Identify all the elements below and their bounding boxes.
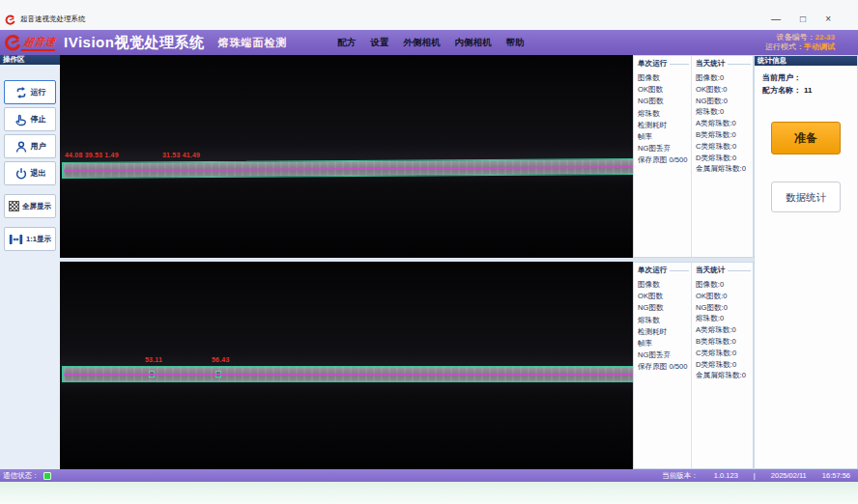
legend-rule bbox=[670, 64, 689, 65]
recipe-name-label: 配方名称： bbox=[762, 86, 801, 95]
desktop-margin bbox=[0, 482, 858, 504]
stat-row: 帧率 bbox=[638, 338, 691, 350]
brand-swirl-icon bbox=[4, 34, 21, 51]
close-icon[interactable]: × bbox=[825, 14, 831, 24]
minimize-icon[interactable]: — bbox=[771, 14, 781, 24]
stat-row: 熔珠数 bbox=[638, 315, 691, 326]
menu-item-recipe[interactable]: 配方 bbox=[337, 37, 356, 49]
run-button[interactable]: 运行 bbox=[4, 80, 56, 104]
info-panel: 统计信息 当前用户： 配方名称：11 准备 数据统计 bbox=[754, 55, 858, 469]
measurement-annotation: 56.43 bbox=[212, 356, 230, 363]
stop-hand-icon bbox=[14, 113, 28, 126]
daily-stats-column: 当天统计 图像数:0 OK图数:0 NG图数:0 熔珠数:0 A类熔珠数:0 B… bbox=[691, 56, 753, 257]
stat-row: NG图数 bbox=[638, 96, 691, 107]
stop-label: 停止 bbox=[31, 114, 46, 125]
one-to-one-label: 1:1显示 bbox=[26, 235, 51, 244]
one-to-one-icon bbox=[9, 234, 23, 245]
single-run-header: 单次运行 bbox=[638, 59, 667, 69]
app-window: 超音速视觉处理系统 — □ × 超音速 IVision视觉处理系统 熔珠端面检测… bbox=[0, 0, 858, 504]
stat-row: 图像数:0 bbox=[696, 279, 753, 291]
stat-row: 检测耗时 bbox=[638, 326, 691, 338]
device-id-value: 22-33 bbox=[815, 33, 835, 42]
single-run-column: 单次运行 图像数 OK图数 NG图数 熔珠数 检测耗时 帧率 NG图丢弃 保存原… bbox=[634, 263, 691, 468]
roi-marker bbox=[149, 371, 155, 378]
stats-panel-bottom: 单次运行 图像数 OK图数 NG图数 熔珠数 检测耗时 帧率 NG图丢弃 保存原… bbox=[633, 262, 754, 469]
version-datetime: 当前版本： 1.0.123 | 2025/02/11 16:57:56 bbox=[662, 471, 858, 481]
stat-row: 金属屑熔珠数:0 bbox=[696, 370, 753, 381]
menu-item-settings[interactable]: 设置 bbox=[370, 37, 388, 49]
exit-label: 退出 bbox=[31, 168, 46, 179]
recipe-name-value: 11 bbox=[804, 86, 812, 95]
stop-button[interactable]: 停止 bbox=[4, 107, 56, 131]
sidebar-buttons: 运行 停止 用户 bbox=[0, 65, 60, 254]
info-panel-title: 统计信息 bbox=[755, 56, 857, 66]
separator: | bbox=[754, 471, 756, 480]
one-to-one-button[interactable]: 1:1显示 bbox=[4, 227, 56, 251]
run-mode-value: 手动调试 bbox=[804, 42, 835, 51]
measurement-annotation: 53.11 bbox=[145, 356, 162, 363]
stat-row: NG图数 bbox=[638, 302, 691, 314]
window-title: 超音速视觉处理系统 bbox=[20, 14, 86, 24]
stat-row: 保存原图 0/500 bbox=[638, 361, 691, 373]
status-bar: 通信状态： 当前版本： 1.0.123 | 2025/02/11 16:57:5… bbox=[0, 469, 858, 482]
exit-button[interactable]: 退出 bbox=[4, 161, 56, 185]
version-value: 1.0.123 bbox=[714, 471, 738, 480]
maximize-icon[interactable]: □ bbox=[800, 14, 806, 24]
run-icon bbox=[14, 86, 28, 99]
comm-status: 通信状态： bbox=[0, 471, 51, 481]
current-user-label: 当前用户： bbox=[762, 73, 801, 82]
status-date: 2025/02/11 bbox=[771, 471, 807, 480]
app-title: IVision视觉处理系统 bbox=[64, 34, 204, 52]
info-body: 当前用户： 配方名称：11 准备 数据统计 bbox=[755, 66, 857, 212]
comm-status-label: 通信状态： bbox=[3, 471, 40, 481]
camera-viewport-top[interactable]: 44.08 39.53 1.49 31.53 41.49 bbox=[60, 55, 633, 258]
menu-item-inner-camera[interactable]: 内侧相机 bbox=[454, 37, 491, 49]
fullscreen-label: 全屏显示 bbox=[22, 202, 51, 211]
stat-row: OK图数:0 bbox=[696, 291, 753, 302]
ready-button[interactable]: 准备 bbox=[771, 122, 841, 154]
stat-row: 熔珠数 bbox=[638, 108, 691, 120]
stat-row: D类熔珠数:0 bbox=[696, 153, 753, 164]
brand-name: 超音速 bbox=[21, 35, 57, 51]
stat-row: 图像数 bbox=[638, 72, 691, 84]
stat-row: B类熔珠数:0 bbox=[696, 129, 753, 141]
power-icon bbox=[14, 167, 28, 181]
legend-rule bbox=[728, 64, 751, 65]
daily-stats-header: 当天统计 bbox=[696, 266, 725, 275]
menu-item-help[interactable]: 帮助 bbox=[505, 37, 524, 49]
stat-row: 金属屑熔珠数:0 bbox=[696, 163, 753, 175]
app-header: 超音速 IVision视觉处理系统 熔珠端面检测 配方 设置 外侧相机 内侧相机… bbox=[0, 30, 858, 55]
camera-viewport-bottom[interactable]: 53.11 56.43 bbox=[60, 262, 633, 469]
menu-bar: 配方 设置 外侧相机 内侧相机 帮助 bbox=[337, 37, 524, 49]
stat-row: 帧率 bbox=[638, 131, 691, 143]
window-controls: — □ × bbox=[771, 14, 858, 24]
legend-rule bbox=[670, 270, 689, 271]
daily-stats-column: 当天统计 图像数:0 OK图数:0 NG图数:0 熔珠数:0 A类熔珠数:0 B… bbox=[691, 263, 753, 468]
user-button[interactable]: 用户 bbox=[4, 134, 56, 158]
single-run-column: 单次运行 图像数 OK图数 NG图数 熔珠数 检测耗时 帧率 NG图丢弃 保存原… bbox=[634, 56, 691, 257]
single-run-header: 单次运行 bbox=[638, 266, 667, 275]
stat-row: A类熔珠数:0 bbox=[696, 324, 753, 336]
roi-marker bbox=[215, 371, 221, 378]
stat-row: OK图数:0 bbox=[696, 84, 753, 96]
sidebar-title: 操作区 bbox=[0, 55, 60, 65]
fullscreen-icon bbox=[9, 201, 19, 211]
user-icon bbox=[14, 140, 28, 154]
titlebar: 超音速视觉处理系统 — □ × bbox=[0, 0, 858, 30]
app-logo-icon bbox=[5, 14, 15, 25]
data-statistics-button[interactable]: 数据统计 bbox=[771, 182, 841, 212]
fullscreen-button[interactable]: 全屏显示 bbox=[4, 194, 56, 218]
user-label: 用户 bbox=[31, 141, 46, 152]
version-label: 当前版本： bbox=[662, 471, 699, 481]
stat-row: NG图数:0 bbox=[696, 96, 753, 107]
stat-row: D类熔珠数:0 bbox=[696, 359, 753, 371]
stat-row: 熔珠数:0 bbox=[696, 313, 753, 324]
app-subtitle: 熔珠端面检测 bbox=[217, 36, 287, 50]
brand-logo: 超音速 bbox=[4, 34, 56, 51]
stat-row: NG图数:0 bbox=[696, 302, 753, 314]
device-id-label: 设备编号： bbox=[777, 33, 815, 42]
run-label: 运行 bbox=[31, 87, 46, 98]
stat-row: 图像数:0 bbox=[696, 72, 753, 84]
menu-item-outer-camera[interactable]: 外侧相机 bbox=[403, 37, 440, 49]
stats-panel-top: 单次运行 图像数 OK图数 NG图数 熔珠数 检测耗时 帧率 NG图丢弃 保存原… bbox=[633, 55, 754, 258]
